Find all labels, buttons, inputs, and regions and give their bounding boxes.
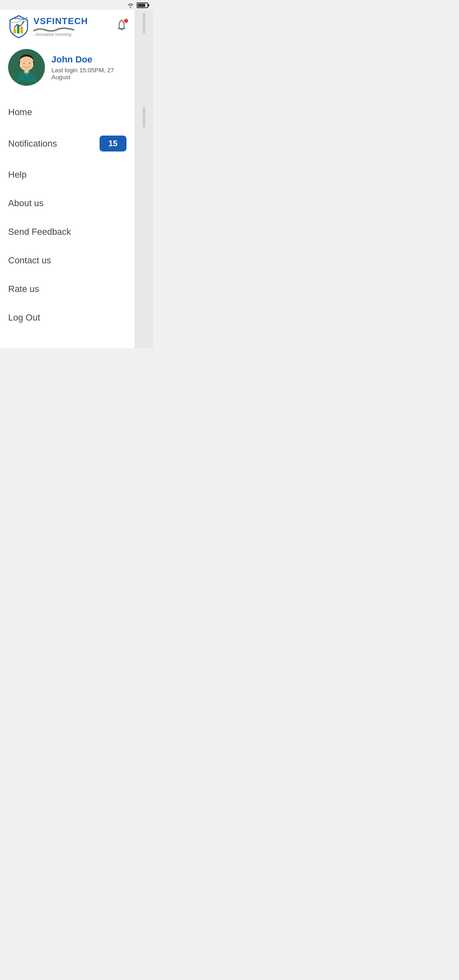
nav-item-rate[interactable]: Rate us <box>8 275 126 303</box>
svg-rect-11 <box>24 69 29 73</box>
avatar <box>8 49 45 86</box>
logo-vs: VS <box>33 16 46 27</box>
logo-fintech: FINTECH <box>46 16 88 27</box>
nav-item-contact[interactable]: Contact us <box>8 246 126 275</box>
nav-label-home: Home <box>8 107 32 118</box>
nav-label-contact: Contact us <box>8 255 51 266</box>
battery-fill <box>138 4 145 7</box>
status-bar <box>0 0 153 10</box>
nav-badge-notifications: 15 <box>100 136 126 151</box>
svg-rect-1 <box>17 25 20 33</box>
logo: VS FINTECH ..innovative investing <box>7 14 88 38</box>
logo-icon <box>7 14 31 38</box>
svg-rect-2 <box>20 27 23 33</box>
nav-label-about: About us <box>8 198 44 209</box>
nav-menu: HomeNotifications15HelpAbout usSend Feed… <box>0 98 135 332</box>
nav-label-logout: Log Out <box>8 312 40 323</box>
nav-item-help[interactable]: Help <box>8 160 126 189</box>
nav-label-rate: Rate us <box>8 284 39 294</box>
svg-point-9 <box>23 62 24 64</box>
profile-name: John Doe <box>51 54 126 65</box>
logo-subtitle: ..innovative investing <box>33 32 88 37</box>
profile-last-login: Last login 15:05PM, 27 August <box>51 67 126 80</box>
header: VS FINTECH ..innovative investing <box>0 10 135 42</box>
nav-label-help: Help <box>8 169 27 180</box>
battery-icon <box>137 2 148 8</box>
nav-item-feedback[interactable]: Send Feedback <box>8 218 126 246</box>
profile-section: John Doe Last login 15:05PM, 27 August <box>0 42 135 98</box>
svg-point-10 <box>29 62 30 64</box>
scrollbar-thumb-2 <box>143 107 145 127</box>
logo-text: VS FINTECH ..innovative investing <box>33 16 88 37</box>
scrollbar-thumb-1 <box>143 13 145 33</box>
drawer-menu: VS FINTECH ..innovative investing <box>0 10 135 348</box>
svg-rect-0 <box>13 29 16 33</box>
wifi-icon <box>127 2 134 8</box>
nav-item-home[interactable]: Home <box>8 98 126 127</box>
page-wrapper: VS FINTECH ..innovative investing <box>0 10 153 348</box>
profile-info: John Doe Last login 15:05PM, 27 August <box>51 54 126 80</box>
nav-label-feedback: Send Feedback <box>8 227 71 237</box>
nav-label-notifications: Notifications <box>8 138 57 149</box>
logo-wave-decoration <box>33 27 74 32</box>
nav-item-notifications[interactable]: Notifications15 <box>8 127 126 160</box>
nav-item-logout[interactable]: Log Out <box>8 303 126 332</box>
nav-item-about[interactable]: About us <box>8 189 126 218</box>
bell-notification-dot <box>124 19 128 23</box>
overlay-scrollbar <box>135 10 153 348</box>
notification-bell-button[interactable] <box>115 19 128 33</box>
